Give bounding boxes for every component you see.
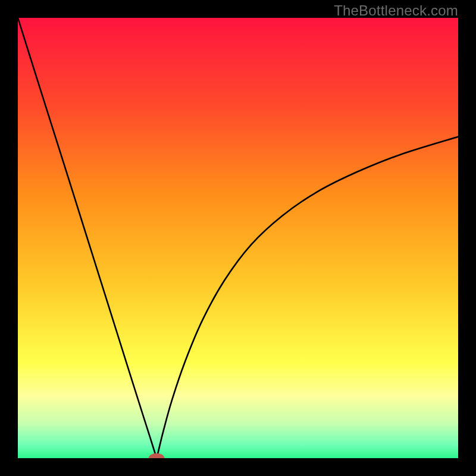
gradient-background [18,18,458,458]
plot-area [18,18,458,458]
watermark-text: TheBottleneck.com [334,2,458,19]
chart-frame: TheBottleneck.com [0,0,476,476]
bottleneck-chart [18,18,458,458]
